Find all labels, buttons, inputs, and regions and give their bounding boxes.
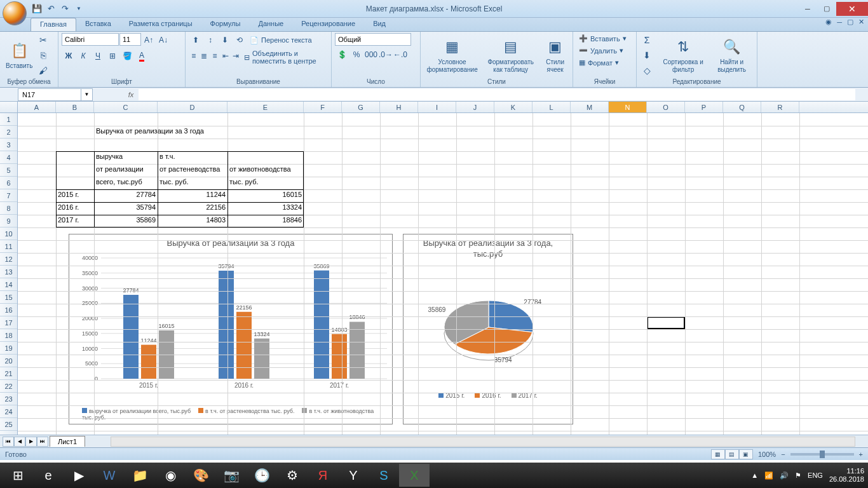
cell[interactable]: 27784 [94,189,158,200]
row-header[interactable]: 4 [0,151,17,164]
row-header[interactable]: 24 [0,405,17,418]
cell[interactable]: всего, тыс.руб [94,177,158,187]
indent-dec-icon[interactable]: ⇤ [220,49,231,63]
minimize-button[interactable]: ─ [798,2,817,16]
cell[interactable]: Выручка от реализации за 3 года [94,126,285,136]
align-bottom-icon[interactable]: ⬇ [218,33,232,47]
row-header[interactable]: 19 [0,342,17,355]
column-header[interactable]: K [494,102,532,112]
column-header[interactable]: A [18,102,56,112]
tray-volume-icon[interactable]: 🔊 [780,471,789,480]
fill-color-icon[interactable]: 🪣 [120,49,134,63]
cell[interactable]: 2016 г. [56,202,94,212]
column-header[interactable]: O [647,102,685,112]
taskbar-chrome-icon[interactable]: ◉ [155,464,186,487]
font-color-icon[interactable]: A [135,49,149,63]
taskbar-paint-icon[interactable]: 🎨 [186,464,216,487]
cell[interactable]: 35869 [94,215,158,225]
help-icon[interactable]: ◉ [825,18,832,26]
row-header[interactable]: 18 [0,329,17,342]
align-top-icon[interactable]: ⬆ [189,33,203,47]
borders-icon[interactable]: ⊞ [105,49,119,63]
row-header[interactable]: 23 [0,393,17,405]
column-header[interactable]: I [418,102,456,112]
cell-styles-button[interactable]: ▣Стили ячеек [541,36,569,75]
cell[interactable]: 18846 [227,215,304,225]
sheet-nav-first[interactable]: ⏮ [3,437,14,447]
sheet-nav-next[interactable]: ▶ [25,437,37,447]
cell[interactable]: тыс. руб. [158,177,227,187]
taskbar-ie-icon[interactable]: e [33,464,64,487]
grow-font-icon[interactable]: A↑ [142,33,156,47]
zoom-percent[interactable]: 100% [758,451,776,458]
close-button[interactable]: ✕ [836,2,868,16]
sheet-tab[interactable]: Лист1 [50,436,85,447]
tab-view[interactable]: Вид [364,18,395,31]
tray-clock[interactable]: 11:1626.08.2018 [829,467,864,484]
cell[interactable]: 14803 [158,215,227,225]
comma-icon[interactable]: 000 [364,48,378,62]
cell[interactable]: выручка [94,151,158,161]
tray-lang[interactable]: ENG [808,471,823,479]
row-header[interactable]: 17 [0,316,17,329]
inc-decimal-icon[interactable]: .0→ [379,48,393,62]
name-box[interactable]: N17 [18,88,81,101]
office-button[interactable] [3,1,27,25]
shrink-font-icon[interactable]: A↓ [156,33,170,47]
save-icon[interactable]: 💾 [32,4,42,14]
find-select-button[interactable]: 🔍Найти и выделить [710,36,754,75]
cell[interactable]: 13324 [227,202,304,212]
redo-icon[interactable]: ↷ [60,4,70,14]
horizontal-scrollbar[interactable] [111,437,855,447]
row-header[interactable]: 21 [0,367,17,380]
column-header[interactable]: R [761,102,799,112]
taskbar-skype-icon[interactable]: S [369,464,399,487]
qat-dropdown-icon[interactable]: ▼ [74,4,84,14]
column-header[interactable]: P [685,102,723,112]
format-table-button[interactable]: ▤Форматировать как таблицу [482,36,539,75]
maximize-button[interactable]: ▢ [817,2,836,16]
column-header[interactable]: H [380,102,418,112]
tab-data[interactable]: Данные [249,18,292,31]
row-header[interactable]: 5 [0,164,17,177]
tray-up-icon[interactable]: ▲ [751,471,758,479]
italic-button[interactable]: К [76,49,90,63]
align-middle-icon[interactable]: ↕ [203,33,217,47]
row-header[interactable]: 15 [0,291,17,304]
column-header[interactable]: Q [723,102,761,112]
taskbar-gear-icon[interactable]: ⚙ [277,464,308,487]
format-cells-button[interactable]: ▦ Формат ▾ [576,57,621,68]
zoom-out-icon[interactable]: − [781,451,785,458]
row-header[interactable]: 12 [0,253,17,266]
tab-review[interactable]: Рецензирование [292,18,364,31]
row-header[interactable]: 14 [0,278,17,291]
delete-cells-button[interactable]: ➖ Удалить ▾ [576,45,626,56]
taskbar-excel-icon[interactable]: X [399,464,430,487]
column-header[interactable]: B [56,102,94,112]
cell[interactable]: 35794 [94,202,158,212]
autosum-icon[interactable]: Σ [640,33,654,47]
insert-cells-button[interactable]: ➕ Вставить ▾ [576,33,629,44]
tab-formulas[interactable]: Формулы [201,18,250,31]
taskbar-yandex-icon[interactable]: Я [308,464,338,487]
row-header[interactable]: 25 [0,418,17,431]
paste-button[interactable]: 📋Вставить [3,39,35,71]
row-header[interactable]: 11 [0,240,17,253]
wrap-text-button[interactable]: 📄Перенос текста [247,33,315,47]
clear-icon[interactable]: ◇ [640,64,654,78]
taskbar-camera-icon[interactable]: 📷 [216,464,247,487]
column-header[interactable]: D [158,102,227,112]
taskbar-yandex2-icon[interactable]: Y [338,464,369,487]
row-header[interactable]: 22 [0,380,17,393]
row-header[interactable]: 3 [0,139,17,151]
bold-button[interactable]: Ж [62,49,76,63]
cell[interactable]: 22156 [158,202,227,212]
tab-page-layout[interactable]: Разметка страницы [120,18,201,31]
column-header[interactable]: N [609,102,647,112]
view-page-layout-icon[interactable]: ▤ [725,449,739,459]
tab-home[interactable]: Главная [31,18,76,31]
cell[interactable]: 2015 г. [56,189,94,200]
row-header[interactable]: 13 [0,266,17,278]
row-header[interactable]: 1 [0,113,17,126]
currency-icon[interactable]: 💲 [335,48,349,62]
